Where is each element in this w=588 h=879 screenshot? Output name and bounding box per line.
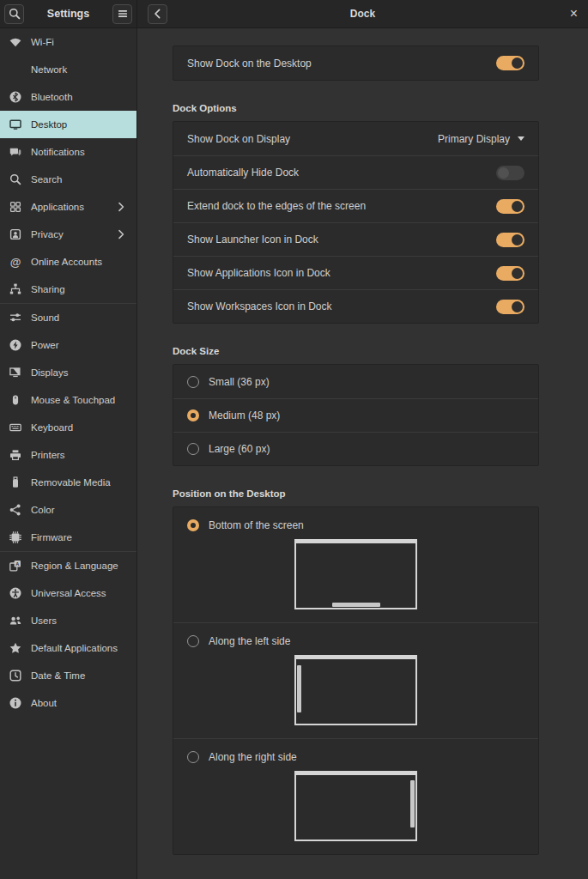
sidebar-item-label: Bluetooth [31, 92, 73, 102]
settings-window: Settings Dock × Wi-FiNetworkBluetoothDes… [0, 0, 588, 879]
power-icon [9, 338, 22, 352]
sidebar-item-label: Default Applications [31, 643, 118, 653]
sidebar-item-privacy[interactable]: Privacy [0, 221, 136, 248]
toggle-knob [512, 268, 523, 279]
dock-size-card: Small (36 px)Medium (48 px)Large (60 px) [173, 364, 539, 466]
search-icon [8, 7, 21, 21]
row-label: Automatically Hide Dock [187, 167, 299, 179]
show-dock-toggle[interactable] [496, 56, 524, 70]
sidebar-item-applications[interactable]: Applications [0, 193, 136, 221]
show-applications-icon-in-dock-toggle[interactable] [496, 266, 524, 281]
sidebar-item-label: Applications [31, 202, 84, 212]
sidebar-item-about[interactable]: About [0, 689, 136, 717]
toggle-knob [512, 58, 523, 69]
sidebar-item-wi-fi[interactable]: Wi-Fi [0, 28, 136, 56]
sidebar-item-search[interactable]: Search [0, 166, 136, 193]
date-time-icon [9, 669, 22, 682]
app-title: Settings [27, 8, 109, 20]
content-panel: Show Dock on the Desktop Dock Options Sh… [137, 28, 588, 879]
sidebar-item-label: Displays [31, 367, 68, 378]
monitor-wrap [187, 539, 524, 609]
sidebar-item-label: Universal Access [31, 588, 106, 598]
sidebar-item-desktop[interactable]: Desktop [0, 111, 136, 138]
menu-icon [116, 7, 130, 21]
sidebar-item-label: Online Accounts [31, 257, 102, 267]
search-icon [9, 173, 22, 186]
sidebar-item-online-accounts[interactable]: @Online Accounts [0, 248, 136, 276]
sidebar-item-network[interactable]: Network [0, 56, 136, 83]
row-extend-dock-to-the-edges-of-the-screen: Extend dock to the edges of the screen [173, 189, 538, 222]
radio-small-36-px[interactable] [187, 376, 199, 388]
printers-icon [9, 448, 22, 462]
option-small-36-px[interactable]: Small (36 px) [173, 365, 538, 398]
dock-bar-bottom [332, 603, 380, 607]
position-option-head: Along the right side [187, 748, 524, 767]
sidebar-item-removable-media[interactable]: Removable Media [0, 469, 136, 496]
sidebar-item-displays[interactable]: Displays [0, 359, 136, 386]
dock-bar-left [297, 665, 301, 712]
option-label: Along the right side [209, 751, 297, 763]
sidebar-item-label: Desktop [31, 119, 67, 130]
extend-dock-to-the-edges-of-the-screen-toggle[interactable] [496, 199, 524, 214]
sidebar-item-power[interactable]: Power [0, 331, 136, 359]
row-label: Show Workspaces Icon in Dock [187, 300, 332, 312]
radio-large-60-px[interactable] [187, 443, 199, 455]
sidebar-item-region-language[interactable]: ARegion & Language [0, 552, 136, 579]
firmware-icon [9, 530, 22, 544]
sidebar: Wi-FiNetworkBluetoothDesktopNotification… [0, 28, 137, 879]
wifi-icon [9, 35, 22, 49]
radio-along-the-left-side[interactable] [187, 635, 199, 647]
chevron-down-icon [518, 136, 524, 141]
search-button[interactable] [4, 4, 24, 24]
sidebar-item-firmware[interactable]: Firmware [0, 524, 136, 551]
back-button[interactable] [148, 4, 167, 24]
sidebar-item-label: Privacy [31, 229, 64, 239]
bluetooth-icon [9, 90, 22, 104]
row-show-applications-icon-in-dock: Show Applications Icon in Dock [173, 256, 538, 289]
sidebar-item-sound[interactable]: Sound [0, 304, 136, 331]
svg-text:A: A [15, 561, 19, 567]
sidebar-item-default-applications[interactable]: Default Applications [0, 634, 136, 662]
sidebar-item-universal-access[interactable]: Universal Access [0, 579, 136, 607]
sidebar-item-notifications[interactable]: Notifications [0, 138, 136, 166]
dropdown-value: Primary Display [438, 133, 510, 145]
mouse-icon [9, 393, 22, 407]
sidebar-item-label: Power [31, 340, 59, 350]
show-launcher-icon-in-dock-toggle[interactable] [496, 233, 524, 247]
close-icon[interactable]: × [570, 7, 578, 21]
sidebar-item-mouse-touchpad[interactable]: Mouse & Touchpad [0, 386, 136, 414]
show-workspaces-icon-in-dock-toggle[interactable] [496, 300, 524, 314]
show-dock-on-display-dropdown[interactable]: Primary Display [438, 133, 524, 145]
sidebar-item-date-time[interactable]: Date & Time [0, 662, 136, 689]
sidebar-item-label: Firmware [31, 532, 72, 543]
automatically-hide-dock-toggle[interactable] [496, 166, 524, 180]
sidebar-item-printers[interactable]: Printers [0, 441, 136, 469]
sidebar-item-users[interactable]: Users [0, 607, 136, 634]
sound-icon [9, 311, 22, 324]
radio-bottom-of-the-screen[interactable] [187, 519, 199, 531]
option-large-60-px[interactable]: Large (60 px) [173, 432, 538, 465]
radio-along-the-right-side[interactable] [187, 751, 199, 763]
sidebar-item-sharing[interactable]: Sharing [0, 276, 136, 303]
option-along-the-left-side[interactable]: Along the left side [173, 622, 538, 738]
sidebar-item-keyboard[interactable]: Keyboard [0, 414, 136, 441]
sidebar-item-label: Date & Time [31, 670, 85, 681]
sidebar-item-label: Color [31, 505, 54, 515]
menu-button[interactable] [112, 4, 132, 24]
toggle-knob [512, 234, 523, 246]
sidebar-item-bluetooth[interactable]: Bluetooth [0, 83, 136, 111]
radio-medium-48-px[interactable] [187, 409, 199, 421]
option-along-the-right-side[interactable]: Along the right side [173, 738, 538, 854]
show-dock-card: Show Dock on the Desktop [173, 45, 539, 81]
dock-bar-right [410, 780, 415, 827]
sidebar-item-color[interactable]: Color [0, 496, 136, 524]
sidebar-item-label: Sound [31, 312, 59, 323]
option-bottom-of-the-screen[interactable]: Bottom of the screen [173, 507, 538, 622]
monitor-illustration-bottom [294, 539, 417, 609]
chevron-right-icon [114, 227, 128, 241]
about-icon [9, 696, 22, 710]
option-medium-48-px[interactable]: Medium (48 px) [173, 398, 538, 432]
row-label: Show Dock on Display [187, 133, 290, 145]
sidebar-item-label: Search [31, 174, 62, 185]
region-language-icon: A [9, 559, 22, 573]
